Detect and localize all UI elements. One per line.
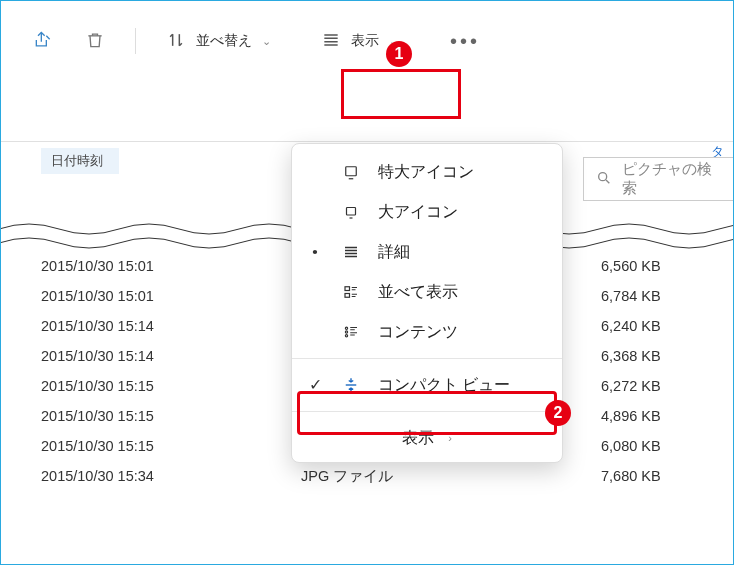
chevron-right-icon: › — [448, 432, 452, 444]
sort-label: 並べ替え — [196, 32, 252, 50]
menu-item-tiles[interactable]: 並べて表示 — [292, 272, 562, 312]
menu-item-large-icons[interactable]: 大アイコン — [292, 192, 562, 232]
trash-icon — [85, 30, 105, 53]
check-icon: ✓ — [306, 376, 324, 394]
menu-separator — [292, 411, 562, 412]
menu-item-compact-view[interactable]: ✓ コンパクト ビュー — [292, 365, 562, 405]
col-date-header[interactable]: 日付時刻 — [41, 148, 119, 174]
table-row[interactable]: 2015/10/30 15:34JPG ファイル7,680 KB — [1, 461, 733, 491]
compact-icon — [340, 376, 362, 394]
details-icon — [340, 243, 362, 261]
svg-rect-4 — [345, 294, 350, 298]
search-input[interactable]: ピクチャの検索 — [583, 157, 733, 201]
large-icon — [340, 203, 362, 221]
view-label: 表示 — [351, 32, 379, 50]
sort-button[interactable]: 並べ替え ⌄ — [154, 19, 283, 63]
view-menu: 特大アイコン 大アイコン • 詳細 並べて表示 コンテンツ ✓ コンパクト ビュ… — [291, 143, 563, 463]
svg-point-6 — [345, 331, 347, 333]
sort-icon — [166, 30, 186, 53]
share-button[interactable] — [21, 19, 65, 63]
svg-point-0 — [599, 172, 607, 180]
toolbar: 並べ替え ⌄ 表示 ⌄ ••• — [1, 1, 733, 81]
search-icon — [596, 170, 612, 189]
callout-badge-2: 2 — [545, 400, 571, 426]
svg-point-7 — [345, 335, 347, 337]
menu-separator — [292, 358, 562, 359]
tiles-icon — [340, 283, 362, 301]
svg-point-5 — [345, 327, 347, 329]
callout-badge-1: 1 — [386, 41, 412, 67]
more-icon: ••• — [450, 30, 480, 53]
menu-item-xl-icons[interactable]: 特大アイコン — [292, 152, 562, 192]
search-placeholder: ピクチャの検索 — [622, 160, 721, 198]
more-button[interactable]: ••• — [442, 19, 488, 63]
menu-footer-show[interactable]: 表示 › — [292, 418, 562, 458]
list-icon — [321, 30, 341, 53]
svg-rect-3 — [345, 287, 350, 291]
toolbar-divider — [135, 28, 136, 54]
xl-icon — [340, 163, 362, 181]
content-icon — [340, 323, 362, 341]
svg-rect-2 — [347, 208, 356, 216]
delete-button[interactable] — [73, 19, 117, 63]
menu-item-details[interactable]: • 詳細 — [292, 232, 562, 272]
bullet-icon: • — [306, 243, 324, 261]
svg-rect-1 — [346, 167, 357, 176]
share-icon — [33, 30, 53, 53]
chevron-down-icon: ⌄ — [262, 35, 271, 48]
menu-item-content[interactable]: コンテンツ — [292, 312, 562, 352]
